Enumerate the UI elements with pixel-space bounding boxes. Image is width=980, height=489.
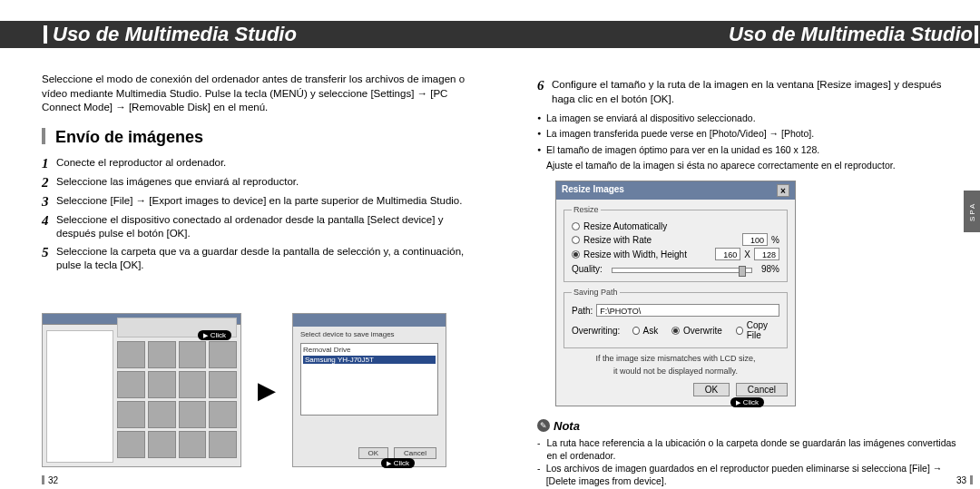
screenshot-select-device: Select device to save images Removal Dri… — [292, 313, 446, 467]
section-accent — [42, 128, 45, 144]
group-saving-path: Saving Path — [572, 288, 620, 297]
ow-over-radio[interactable] — [671, 327, 680, 335]
nota-label: Nota — [554, 419, 580, 433]
ow-ask-radio[interactable] — [632, 327, 640, 335]
click-badge: Click — [198, 330, 231, 340]
step-1: 1Conecte el reproductor al ordenador. — [42, 156, 477, 171]
thumbnail-grid — [117, 341, 237, 463]
steps-list: 1Conecte el reproductor al ordenador. 2S… — [42, 156, 477, 273]
header-bar: Uso de Multimedia Studio Uso de Multimed… — [0, 21, 980, 48]
dialog-ok-button[interactable]: OK — [693, 383, 730, 396]
page-number-right: 33 — [956, 475, 973, 485]
step-5: 5Seleccione la carpeta que va a guardar … — [42, 245, 477, 273]
steps-list-cont: 6 Configure el tamaño y la ruta de la im… — [537, 78, 964, 106]
manual-spread: Uso de Multimedia Studio Uso de Multimed… — [0, 0, 980, 489]
device-item-removal: Removal Drive — [303, 346, 436, 354]
bullet-list: La imagen se enviará al dispositivo sele… — [537, 112, 964, 171]
path-input[interactable]: F:\PHOTO\ — [596, 304, 779, 317]
step-2: 2Seleccione las imágenes que enviará al … — [42, 175, 477, 191]
header-accent-left — [44, 25, 47, 44]
bullet-3: El tamaño de imagen óptimo para ver en l… — [546, 143, 819, 156]
step-3: 3Seleccione [File] → [Export images to d… — [42, 194, 477, 210]
dialog-msg1: If the image size mismatches with LCD si… — [564, 354, 788, 365]
screenshot-row: Click ▶ Select device to save images Rem… — [42, 313, 446, 467]
nota-2: Los archivos de imagen guardados en el r… — [546, 462, 964, 487]
language-tab: SPA — [964, 191, 980, 232]
opt-wh[interactable]: Resize with Width, Height 160 X 128 — [572, 248, 779, 260]
device-listbox: Removal Drive Samsung YH-J70J5T — [300, 343, 438, 416]
info-icon: ✎ — [537, 419, 550, 432]
header-title-left: Uso de Multimedia Studio — [53, 23, 297, 46]
click-badge: Click — [730, 397, 764, 407]
overwrite-label: Overwriting: — [572, 326, 620, 336]
resize-images-dialog: Resize Images × Resize Resize Automatica… — [555, 181, 796, 406]
dialog-title: Resize Images — [562, 184, 624, 197]
folder-tree — [46, 330, 113, 463]
close-icon[interactable]: × — [777, 184, 789, 197]
arrow-icon: ▶ — [258, 377, 276, 405]
dialog-caption: Select device to save images — [300, 330, 395, 338]
screenshot-multimedia-studio: Click — [42, 313, 241, 467]
quality-label: Quality: — [572, 264, 603, 274]
dialog-msg2: it would not be displayed normally. — [564, 367, 788, 377]
right-column: 6 Configure el tamaño y la ruta de la im… — [537, 78, 964, 489]
header-accent-right — [975, 25, 978, 44]
nota-list: -La ruta hace referencia a la ubicación … — [537, 436, 964, 489]
bullet-1: La imagen se enviará al dispositivo sele… — [546, 112, 756, 124]
section-title-text: Envío de imágenes — [55, 128, 203, 146]
width-input[interactable]: 160 — [715, 248, 740, 260]
quality-slider[interactable] — [612, 268, 752, 273]
intro-paragraph: Seleccione el modo de conexión del orden… — [42, 73, 477, 115]
bullet-2: La imagen transferida puede verse en [Ph… — [546, 127, 814, 140]
section-title: Envío de imágenes — [42, 128, 477, 147]
ok-button[interactable]: OK — [358, 447, 389, 459]
left-column: Seleccione el modo de conexión del orden… — [42, 73, 477, 277]
group-resize: Resize — [572, 205, 601, 214]
step-4: 4Seleccione el dispositivo conectado al … — [42, 213, 477, 241]
nota-1: La ruta hace referencia a la ubicación o… — [546, 436, 964, 462]
device-item-samsung: Samsung YH-J70J5T — [303, 356, 436, 364]
step-6: 6 Configure el tamaño y la ruta de la im… — [537, 78, 964, 106]
page-number-left: 32 — [42, 475, 58, 485]
rate-input[interactable]: 100 — [742, 233, 768, 246]
header-title-right: Uso de Multimedia Studio — [729, 23, 973, 46]
opt-rate[interactable]: Resize with Rate 100 % — [572, 233, 779, 246]
bullet-tail: Ajuste el tamaño de la imagen si ésta no… — [546, 159, 964, 171]
nota-heading: ✎ Nota — [537, 419, 964, 433]
dialog-cancel-button[interactable]: Cancel — [736, 383, 788, 396]
quality-value: 98% — [761, 264, 779, 274]
opt-auto[interactable]: Resize Automatically — [572, 221, 779, 231]
click-badge: Click — [381, 458, 415, 468]
path-label: Path: — [572, 306, 593, 316]
height-input[interactable]: 128 — [754, 248, 779, 260]
dialog-titlebar — [293, 314, 446, 327]
ow-copy-radio[interactable] — [736, 327, 743, 335]
